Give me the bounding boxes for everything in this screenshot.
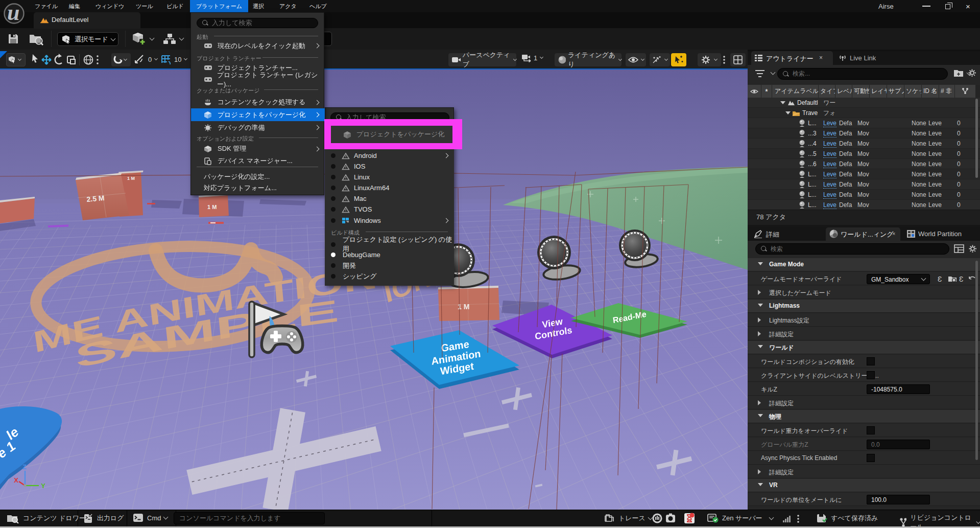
svg-text:Z: Z <box>22 463 27 471</box>
svg-text:1 M: 1 M <box>207 204 217 210</box>
svg-text:X: X <box>14 476 18 484</box>
svg-text:2.5 M: 2.5 M <box>86 194 105 203</box>
svg-text:u: u <box>7 3 19 24</box>
svg-text:1 M: 1 M <box>127 176 135 181</box>
svg-text:Y: Y <box>41 482 45 490</box>
